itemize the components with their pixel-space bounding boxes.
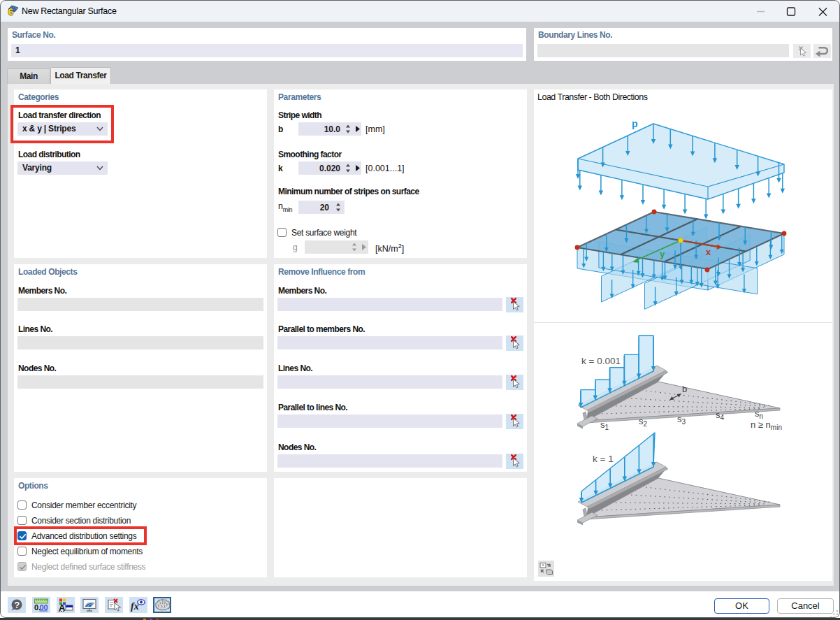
svg-text:6: 6 (8, 6, 14, 17)
svg-text:y: y (660, 249, 665, 259)
svg-text:?: ? (15, 600, 20, 610)
svg-text:k = 1: k = 1 (593, 454, 614, 464)
svg-text:k = 0.001: k = 0.001 (581, 356, 621, 366)
svg-text:b: b (682, 384, 687, 394)
svg-text:p: p (632, 118, 638, 129)
svg-text:x: x (706, 247, 711, 257)
svg-text:00: 00 (40, 603, 48, 612)
svg-text:n ≥ nmin: n ≥ nmin (751, 419, 782, 431)
